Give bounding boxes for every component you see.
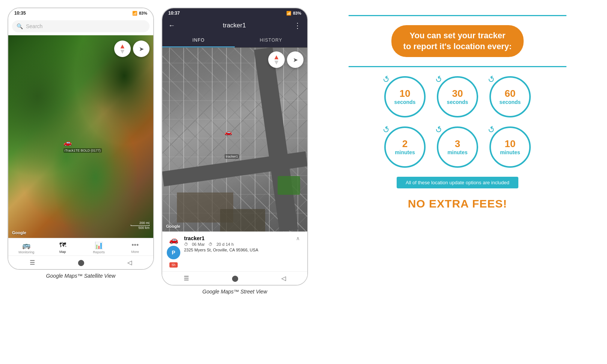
phone2-tabs: INFO HISTORY: [162, 34, 307, 48]
circle-30sec: ↺ 30 seconds: [437, 76, 478, 117]
map-tracker-label: iTrack1TE BOLD (0177): [63, 148, 102, 153]
unit-60sec: seconds: [500, 99, 521, 105]
phone2-car-marker: 🚗: [225, 129, 232, 136]
phone1-time: 10:35: [14, 11, 26, 16]
scroll-hint: ∧: [296, 235, 303, 241]
unit-30sec: seconds: [447, 99, 468, 105]
phone1-wrapper: 10:35 📶 83% 🔍 Search ▲ ▼: [8, 8, 154, 279]
num-30sec: 30: [452, 89, 463, 98]
phone1-signal-icon: 📶: [132, 11, 137, 16]
phone2-header: ← tracker1 ⋮: [162, 17, 307, 34]
headline-text: You can set your trackerto report it's l…: [403, 31, 512, 51]
scale-miles: 200 mi: [139, 221, 149, 225]
num-60sec: 60: [505, 89, 516, 98]
satellite-map: ▲ ▼ ➤ 🚗 iTrack1TE BOLD (0177) Google: [8, 35, 153, 238]
menu-button[interactable]: ⋮: [294, 21, 301, 30]
tracker-info-right: tracker1 ⏱ 06 Mar ⏱ 20 d 14 h 2325 Myers…: [184, 235, 292, 252]
phone1-status-bar: 10:35 📶 83%: [8, 8, 153, 17]
circle-3min: ↺ 3 minutes: [437, 126, 478, 168]
phone2-sys-back[interactable]: ◁: [281, 275, 286, 282]
scale-bar: 200 mi 500 km: [131, 221, 149, 230]
phone2-sys-home[interactable]: ⬤: [232, 275, 239, 282]
num-2min: 2: [402, 139, 408, 149]
sys-menu-btn[interactable]: ☰: [30, 259, 35, 266]
google-watermark: Google: [12, 230, 26, 235]
info-panel: You can set your trackerto report it's l…: [316, 8, 599, 218]
phone1-map-area[interactable]: ▲ ▼ ➤ 🚗 iTrack1TE BOLD (0177) Google: [8, 35, 153, 238]
nav-more[interactable]: ••• More: [124, 241, 146, 254]
phone2-map-area[interactable]: ▲ ▼ ➤ 🚗 tracker1 Google: [162, 48, 307, 232]
tab-info[interactable]: INFO: [162, 34, 235, 47]
phone2-battery: 83%: [293, 11, 301, 15]
arrow-3min: ↺: [433, 124, 444, 136]
phone2-sys-menu[interactable]: ☰: [184, 275, 189, 282]
phone2-signal-icon: 📶: [286, 11, 291, 16]
phone2-time: 10:37: [168, 11, 180, 16]
tracker-address: 2325 Myers St, Oroville, CA 95966, USA: [184, 248, 292, 252]
circle-10sec: ↺ 10 seconds: [384, 76, 426, 117]
tracker-duration: 20 d 14 h: [216, 242, 234, 247]
search-bar[interactable]: 🔍 Search: [12, 20, 149, 32]
nav-reports[interactable]: 📊 Reports: [88, 241, 110, 254]
bottom-nav: 🚌 Monitoring 🗺 Map 📊 Reports ••• More: [8, 238, 153, 256]
arrow-10sec: ↺: [381, 74, 392, 86]
tracker-avatar: P: [167, 246, 180, 259]
sys-home-btn[interactable]: ⬤: [78, 259, 85, 266]
arrow-30sec: ↺: [433, 74, 444, 86]
headline-box: You can set your trackerto report it's l…: [391, 25, 524, 57]
nav-map-label: Map: [59, 250, 66, 254]
location-button[interactable]: ➤: [133, 41, 149, 57]
unit-10sec: seconds: [394, 99, 416, 105]
tab-history[interactable]: HISTORY: [235, 34, 307, 47]
monitoring-icon: 🚌: [22, 241, 30, 250]
location2-icon: ➤: [293, 56, 298, 63]
phone2-google-watermark: Google: [166, 224, 180, 229]
green-area: [278, 176, 300, 195]
timer-icon: ⏱: [208, 242, 213, 247]
nav-monitoring[interactable]: 🚌 Monitoring: [15, 241, 38, 254]
nav-map[interactable]: 🗺 Map: [51, 241, 74, 254]
system-nav-phone1: ☰ ⬤ ◁: [8, 256, 153, 269]
car-marker: 🚗: [63, 138, 72, 147]
phone1-status-icons: 📶 83%: [132, 11, 147, 16]
unit-3min: minutes: [447, 149, 468, 155]
phone1-battery: 83%: [139, 11, 147, 15]
phone2-map-label: tracker1: [225, 154, 239, 159]
scale-km: 500 km: [138, 226, 149, 230]
tracker-meta: ⏱ 06 Mar ⏱ 20 d 14 h: [184, 242, 292, 247]
back-button[interactable]: ←: [168, 22, 175, 30]
phone2-screen: 10:37 📶 83% ← tracker1 ⋮ INFO HISTORY: [162, 8, 307, 285]
phone2-status-bar: 10:37 📶 83%: [162, 8, 307, 17]
tracker-name: tracker1: [184, 235, 292, 241]
no-fees-label: All of these location update options are…: [397, 177, 518, 188]
search-input[interactable]: Search: [26, 23, 42, 29]
phone2-compass-button[interactable]: ▲ ▼: [268, 51, 285, 68]
nav-monitoring-label: Monitoring: [18, 250, 34, 254]
tracker-title: tracker1: [223, 22, 246, 29]
tracker-info-panel: 🚗 P 5h tracker1 ⏱ 06 Mar ⏱ 20 d 14 h: [162, 232, 307, 271]
system-nav-phone2: ☰ ⬤ ◁: [162, 271, 307, 285]
search-icon: 🔍: [17, 23, 23, 29]
num-10sec: 10: [400, 89, 411, 98]
tracker-car-icon: 🚗: [169, 235, 178, 244]
phone2-status-icons: 📶 83%: [286, 11, 301, 16]
location-icon: ➤: [139, 45, 144, 53]
phone2-location-button[interactable]: ➤: [287, 51, 304, 68]
num-3min: 3: [455, 139, 460, 149]
clock-icon: ⏱: [184, 242, 188, 247]
num-10min: 10: [505, 139, 516, 149]
compass-south-arrow: ▼: [119, 49, 126, 54]
info-graphic: You can set your trackerto report it's l…: [349, 15, 566, 210]
unit-2min: minutes: [395, 149, 415, 155]
circles-row-1: ↺ 10 seconds ↺ 30 seconds ↺ 60 seconds: [384, 76, 531, 117]
compass-button[interactable]: ▲ ▼: [114, 41, 131, 57]
nav-more-label: More: [131, 250, 139, 254]
phone1-screen: 10:35 📶 83% 🔍 Search ▲ ▼: [8, 8, 153, 269]
phone2-mockup: 10:37 📶 83% ← tracker1 ⋮ INFO HISTORY: [162, 8, 308, 286]
map-icon: 🗺: [59, 241, 66, 249]
circle-60sec: ↺ 60 seconds: [489, 76, 531, 117]
tracker-date: 06 Mar: [192, 242, 205, 247]
sys-back-btn[interactable]: ◁: [127, 259, 132, 266]
building2: [220, 209, 265, 232]
tracker-icon-wrap: 🚗 P 5h: [167, 235, 180, 268]
